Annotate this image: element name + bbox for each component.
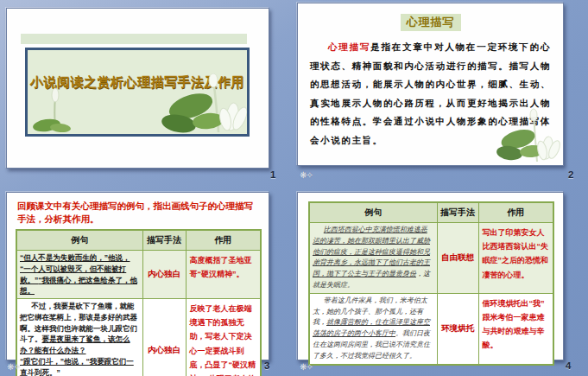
col-header-technique: 描写手法 <box>437 202 478 223</box>
example-cell: 不过，我要是砍下了鱼嘴，就能把它绑在桨柄上，那该是多好的武器啊。这样我们也许就能… <box>16 299 142 376</box>
technique-cell: 自由联想 <box>437 223 478 294</box>
effect-cell: 反映了老人在极端境遇下的孤独无助，写老人下定决心一定要战斗到底，凸显了“硬汉精神… <box>186 299 261 376</box>
page-number: 4 <box>566 360 571 371</box>
example-cell: 带着这几件家具，我们，米考伯太太，她的几个孩子、那个孤儿，还有我，就像露营般的，… <box>309 293 437 364</box>
decor-band <box>21 34 247 44</box>
example-cell: “但人不是为失败而生的，”他说，“一个人可以被毁灭，但不能被打败。”“我很痛心，… <box>16 251 142 299</box>
watermark-logo-icon: ❋✧ <box>300 171 313 180</box>
effect-cell: 写出了印第安女人比西塔西翁认出“失眠症”之后的恐慌和凄苦的心理。 <box>478 223 553 294</box>
example-cell: 比西塔西翁心中充满惊慌和难逃恶运的凄苦，她在那双眼睛里认出了威胁他们的瘟疫，正是… <box>309 223 437 294</box>
keyword-highlight: 心理描写 <box>328 41 370 52</box>
analysis-table: 例句 描写手法 作用 “但人不是为失败而生的，”他说，“一个人可以被毁灭，但不能… <box>16 229 262 376</box>
col-header-example: 例句 <box>16 230 142 251</box>
lotus-flower-icon <box>492 108 561 163</box>
col-header-effect: 作用 <box>186 230 261 251</box>
technique-cell: 内心独白 <box>142 299 186 376</box>
slide-thumbnail-2[interactable]: 心理描写 心理描写是指在文章中对人物在一定环境下的心理状态、精神面貌和内心活动进… <box>297 3 564 166</box>
effect-cell: 高度概括了圣地亚哥“硬汉精神”。 <box>186 251 261 299</box>
lotus-flower-icon <box>156 73 247 134</box>
col-header-effect: 作用 <box>478 202 553 223</box>
slide-thumbnail-3[interactable]: 回顾课文中有关心理描写的例句，指出画线句子的心理描写手法，分析其作用。 例句 描… <box>6 192 269 360</box>
slide-thumbnail-4[interactable]: 例句 描写手法 作用 比西塔西翁心中充满惊慌和难逃恶运的凄苦，她在那双眼睛里认出… <box>297 192 564 360</box>
col-header-example: 例句 <box>309 202 437 223</box>
lotus-leaf-icon <box>31 87 83 132</box>
technique-cell: 环境烘托 <box>437 293 478 364</box>
analysis-table: 例句 描写手法 作用 比西塔西翁心中充满惊慌和难逃恶运的凄苦，她在那双眼睛里认出… <box>308 201 554 366</box>
col-header-technique: 描写手法 <box>142 230 186 251</box>
page-number: 2 <box>568 169 573 180</box>
slide-thumbnail-1[interactable]: 小说阅读之赏析心理描写手法及作用 <box>6 8 269 169</box>
task-instruction: 回顾课文中有关心理描写的例句，指出画线句子的心理描写手法，分析其作用。 <box>17 200 260 226</box>
title-box: 小说阅读之赏析心理描写手法及作用 <box>25 48 250 137</box>
handout-view: 小说阅读之赏析心理描写手法及作用 1 <box>0 0 588 376</box>
slide-title: 心理描写 <box>401 14 461 31</box>
page-number: 1 <box>270 169 275 180</box>
page-number: 3 <box>264 360 269 371</box>
watermark-logo-icon: ❋✧ <box>7 363 20 372</box>
technique-cell: 内心独白 <box>142 251 186 299</box>
effect-cell: 借环境烘托出“我”跟米考伯一家患难与共时的艰难与辛酸。 <box>478 293 553 364</box>
watermark-logo-icon: ❋✧ <box>300 363 313 372</box>
